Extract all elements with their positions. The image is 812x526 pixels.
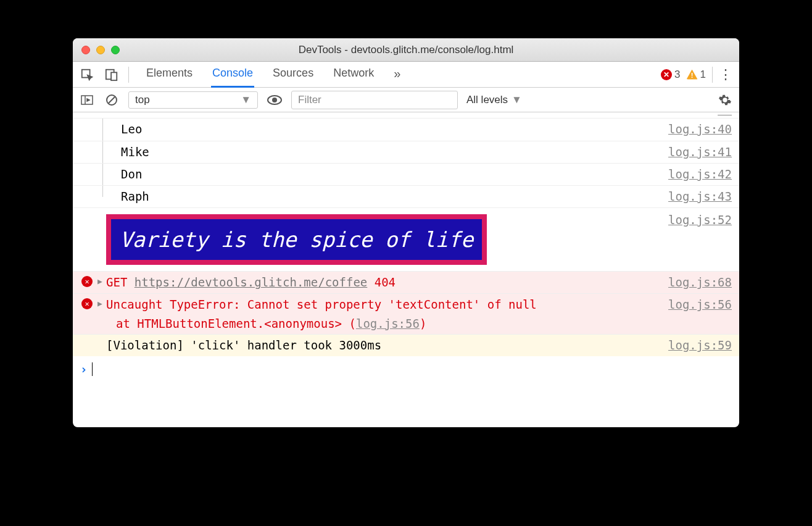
divider: [128, 67, 129, 83]
error-badge[interactable]: ✕ 3: [661, 69, 680, 81]
source-link[interactable]: log.js:40: [661, 120, 732, 138]
context-selector[interactable]: top ▼: [128, 91, 258, 109]
http-status: 404: [375, 275, 396, 289]
svg-rect-2: [111, 72, 117, 80]
main-toolbar: Elements Console Sources Network » ✕ 3 !…: [73, 62, 739, 88]
error-icon: ✕: [81, 298, 93, 309]
violation-row: [Violation] 'click' handler took 3000ms …: [73, 334, 739, 356]
chevron-down-icon: ▼: [512, 94, 522, 106]
styled-log-row: Variety is the spice of life log.js:52: [73, 207, 739, 271]
text-cursor: [92, 362, 93, 376]
tree-guide: [102, 141, 103, 163]
menu-icon[interactable]: ⋮: [719, 67, 733, 83]
tab-console[interactable]: Console: [211, 62, 254, 87]
log-row: Leo log.js:40: [73, 119, 739, 141]
toolbar-right: ✕ 3 ! 1 ⋮: [661, 67, 733, 83]
http-url[interactable]: https://devtools.glitch.me/coffee: [135, 275, 368, 289]
source-link[interactable]: log.js:43: [661, 187, 732, 206]
tab-elements[interactable]: Elements: [145, 62, 194, 87]
http-method: GET: [106, 275, 127, 289]
expand-icon[interactable]: ▶: [97, 275, 102, 288]
source-link[interactable]: log.js:56: [661, 295, 732, 314]
console-log-area: —— Leo log.js:40 Mike log.js:41 Don log.…: [73, 112, 739, 427]
warning-badge[interactable]: ! 1: [687, 69, 706, 81]
styled-message: Variety is the spice of life: [106, 214, 487, 265]
tree-guide: [102, 119, 103, 141]
chevron-down-icon: ▼: [241, 94, 251, 106]
violation-text: [Violation] 'click' handler took 3000ms: [106, 336, 381, 354]
warning-icon: !: [687, 70, 698, 80]
source-link[interactable]: log.js:42: [661, 165, 732, 183]
devtools-window: DevTools - devtools.glitch.me/console/lo…: [73, 38, 739, 427]
toggle-device-icon[interactable]: [104, 67, 120, 83]
more-tabs-icon[interactable]: »: [392, 62, 402, 87]
warning-count: 1: [700, 69, 706, 81]
log-levels-selector[interactable]: All levels ▼: [466, 94, 522, 106]
tab-network[interactable]: Network: [332, 62, 375, 87]
error-icon: ✕: [661, 69, 672, 80]
log-row: Mike log.js:41: [73, 141, 739, 163]
titlebar: DevTools - devtools.glitch.me/console/lo…: [73, 38, 739, 62]
tree-guide: [102, 186, 103, 197]
zoom-window-button[interactable]: [111, 46, 120, 54]
minimize-window-button[interactable]: [96, 46, 105, 54]
expand-icon[interactable]: ▶: [97, 298, 102, 311]
partial-row: ——: [73, 112, 739, 119]
log-row: Raph log.js:43: [73, 185, 739, 207]
source-link[interactable]: log.js:59: [661, 336, 732, 354]
console-filter-bar: top ▼ All levels ▼: [73, 88, 739, 112]
live-expression-icon[interactable]: [267, 92, 283, 108]
log-row: Don log.js:42: [73, 163, 739, 185]
error-content: Uncaught TypeError: Cannot set property …: [106, 295, 537, 333]
close-window-button[interactable]: [81, 46, 90, 54]
source-link[interactable]: log.js:68: [661, 273, 732, 291]
error-stack: at HTMLButtonElement.<anonymous> (log.js…: [106, 314, 537, 333]
log-text: Leo: [121, 120, 142, 138]
stack-link[interactable]: log.js:56: [356, 317, 420, 330]
tab-sources[interactable]: Sources: [271, 62, 315, 87]
error-count: 3: [674, 69, 680, 81]
prompt-caret-icon: ›: [80, 360, 87, 378]
inspect-element-icon[interactable]: [79, 67, 95, 83]
error-row: ✕ ▶ GET https://devtools.glitch.me/coffe…: [73, 271, 739, 293]
log-text: Don: [121, 165, 142, 183]
tree-guide: [102, 164, 103, 185]
panel-tabs: Elements Console Sources Network »: [145, 62, 402, 87]
context-value: top: [135, 94, 150, 106]
console-prompt[interactable]: ›: [73, 356, 739, 382]
error-line1: Uncaught TypeError: Cannot set property …: [106, 295, 537, 314]
toggle-sidebar-icon[interactable]: [79, 92, 95, 108]
error-content: GET https://devtools.glitch.me/coffee 40…: [106, 273, 396, 291]
divider: [712, 67, 713, 83]
svg-line-6: [109, 97, 115, 103]
clear-console-icon[interactable]: [104, 92, 120, 108]
filter-input[interactable]: [291, 91, 458, 109]
levels-label: All levels: [466, 94, 508, 106]
log-text: Mike: [121, 143, 149, 161]
window-title: DevTools - devtools.glitch.me/console/lo…: [73, 44, 739, 56]
source-link[interactable]: log.js:52: [661, 211, 732, 229]
error-icon: ✕: [81, 276, 93, 287]
window-controls: [73, 46, 120, 54]
svg-point-8: [272, 98, 277, 102]
settings-icon[interactable]: [717, 92, 733, 108]
source-link[interactable]: log.js:41: [661, 143, 732, 161]
error-row: ✕ ▶ Uncaught TypeError: Cannot set prope…: [73, 293, 739, 334]
log-text: Raph: [121, 187, 149, 206]
